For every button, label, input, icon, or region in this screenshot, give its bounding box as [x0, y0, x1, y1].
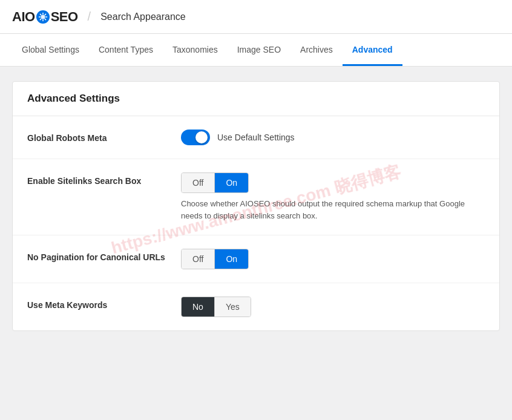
logo-aio-text: AIO [12, 9, 35, 25]
advanced-settings-card: Advanced Settings Global Robots Meta Use… [12, 81, 500, 331]
meta-keywords-no-button[interactable]: No [182, 297, 215, 317]
setting-row-meta-keywords: Use Meta Keywords No Yes [13, 283, 499, 330]
no-pagination-control: Off On [181, 249, 485, 269]
header-divider: / [88, 10, 91, 24]
tab-archives[interactable]: Archives [290, 34, 343, 66]
toggle-row: Use Default Settings [181, 130, 485, 145]
nav-tabs: Global Settings Content Types Taxonomies… [0, 34, 512, 67]
global-robots-meta-toggle[interactable] [181, 130, 210, 145]
global-robots-meta-control: Use Default Settings [181, 130, 485, 145]
tab-image-seo[interactable]: Image SEO [228, 34, 290, 66]
logo: AIO SEO [12, 9, 78, 25]
global-robots-meta-label: Global Robots Meta [27, 130, 166, 143]
sitelinks-btn-group: Off On [181, 172, 249, 193]
logo-seo-text [36, 9, 50, 25]
meta-keywords-label: Use Meta Keywords [27, 297, 166, 310]
setting-row-global-robots-meta: Global Robots Meta Use Default Settings [13, 116, 499, 159]
toggle-thumb [195, 131, 208, 143]
no-pagination-btn-group: Off On [181, 249, 249, 269]
setting-row-sitelinks: Enable Sitelinks Search Box Off On Choos… [13, 159, 499, 235]
meta-keywords-btn-group: No Yes [181, 297, 251, 317]
logo-seo-label: SEO [51, 9, 78, 25]
sitelinks-off-button[interactable]: Off [182, 173, 215, 192]
meta-keywords-yes-button[interactable]: Yes [215, 297, 251, 317]
gear-icon [36, 10, 50, 24]
main-content: Advanced Settings Global Robots Meta Use… [0, 67, 512, 346]
sitelinks-label: Enable Sitelinks Search Box [27, 172, 166, 186]
no-pagination-on-button[interactable]: On [215, 249, 248, 269]
header-title: Search Appearance [100, 11, 186, 22]
tab-content-types[interactable]: Content Types [89, 34, 163, 66]
card-header: Advanced Settings [13, 82, 499, 116]
toggle-label: Use Default Settings [217, 133, 295, 142]
tab-advanced[interactable]: Advanced [343, 34, 402, 66]
meta-keywords-control: No Yes [181, 297, 485, 317]
card-title: Advanced Settings [27, 93, 120, 104]
no-pagination-label: No Pagination for Canonical URLs [27, 249, 166, 262]
tab-global-settings[interactable]: Global Settings [12, 34, 89, 66]
setting-row-no-pagination: No Pagination for Canonical URLs Off On [13, 235, 499, 283]
sitelinks-control: Off On Choose whether AIOSEO should outp… [181, 172, 485, 221]
sitelinks-on-button[interactable]: On [215, 173, 248, 192]
tab-taxonomies[interactable]: Taxonomies [163, 34, 228, 66]
header: AIO SEO / Search Appearance [0, 0, 512, 34]
sitelinks-description: Choose whether AIOSEO should output the … [181, 198, 485, 221]
no-pagination-off-button[interactable]: Off [182, 249, 215, 269]
